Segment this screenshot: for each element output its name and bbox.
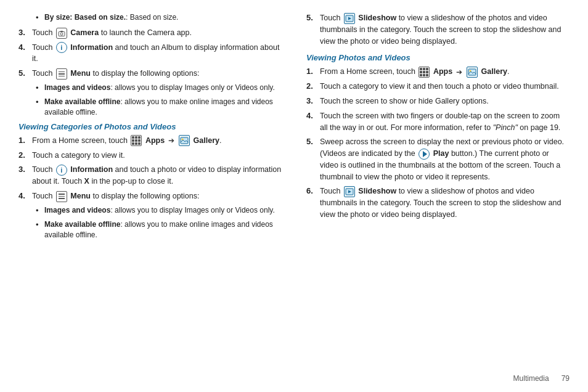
page-footer: Multimedia 79 <box>513 374 570 383</box>
section-viewing-photos: Viewing Photos and Videos <box>306 53 570 62</box>
cat-step-2: 2. Touch a category to view it. <box>18 150 282 161</box>
menu-icon-2 <box>56 191 67 202</box>
right-step-1: 1. From a Home screen, touch Apps ➔ <box>306 66 570 78</box>
slideshow-icon-2 <box>344 186 355 197</box>
svg-rect-2 <box>60 31 63 32</box>
step5-bullets: • Images and videos: allows you to displ… <box>30 83 282 118</box>
cat-bullet-offline: • Make available offline: allows you to … <box>36 219 282 241</box>
left-column: • By size: Based on size.: Based on size… <box>18 12 294 380</box>
right-step-5-sweep: 5. Sweep across the screen to display th… <box>306 136 570 182</box>
right-step-6: 6. Touch Slideshow to view a slideshow o… <box>306 186 570 220</box>
cat-step4-bullets: • Images and videos: allows you to displ… <box>30 205 282 241</box>
step-5: 5. Touch Menu to display the following o… <box>18 68 282 80</box>
section-viewing-categories: Viewing Categories of Photos and Videos <box>18 122 282 131</box>
bullet-dot: • <box>36 12 44 24</box>
svg-rect-3 <box>181 137 188 144</box>
bullet-images-videos: • Images and videos: allows you to displ… <box>36 83 282 94</box>
info-icon: i <box>56 42 67 53</box>
menu-icon <box>56 68 67 80</box>
svg-rect-7 <box>468 69 476 75</box>
apps-icon <box>131 135 142 146</box>
info-icon-2: i <box>56 165 67 176</box>
right-step-3: 3. Touch the screen to show or hide Gall… <box>306 96 570 107</box>
slideshow-icon <box>344 13 355 24</box>
right-step-5: 5. Touch Slideshow to view a slideshow o… <box>306 12 570 47</box>
cat-bullet-images: • Images and videos: allows you to displ… <box>36 205 282 217</box>
bullet-make-available: • Make available offline: allows you to … <box>36 97 282 118</box>
by-size-text: By size: Based on size.: Based on size. <box>44 12 282 24</box>
camera-icon <box>56 28 67 39</box>
cat-step-1: 1. From a Home screen, touch Apps ➔ <box>18 135 282 147</box>
cat-step-3: 3. Touch i Information and touch a photo… <box>18 164 282 187</box>
right-column: 5. Touch Slideshow to view a slideshow o… <box>294 12 570 380</box>
right-step-4: 4. Touch the screen with two fingers or … <box>306 110 570 134</box>
svg-point-1 <box>60 33 63 35</box>
apps-icon-2 <box>419 67 430 78</box>
footer-page-number: 79 <box>561 374 570 383</box>
right-step-2: 2. Touch a category to view it and then … <box>306 81 570 92</box>
cat-step-4: 4. Touch Menu to display the following o… <box>18 190 282 202</box>
gallery-icon-2 <box>467 67 478 78</box>
play-icon <box>419 149 430 160</box>
step-3: 3. Touch Camera to launch the Camera app… <box>18 27 282 39</box>
step-4: 4. Touch i Information and touch an Albu… <box>18 42 282 65</box>
footer-label: Multimedia <box>513 374 549 383</box>
gallery-icon <box>179 135 190 146</box>
